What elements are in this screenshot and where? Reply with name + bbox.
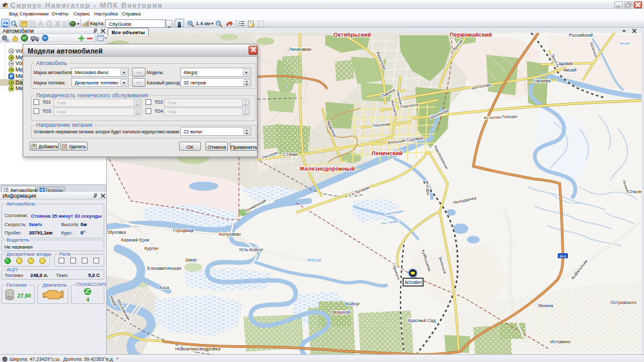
svg-text:Казачий Ерик: Казачий Ерик: [121, 238, 150, 243]
svg-text:Городище: Городище: [173, 228, 194, 233]
svg-text:Ленинский: Ленинский: [372, 150, 402, 157]
svg-text:Садовая: Садовая: [556, 61, 573, 66]
svg-text:Коса: Коса: [159, 285, 169, 290]
svg-text:Овощной: Овощной: [330, 310, 350, 315]
svg-text:Койсуг: Койсуг: [308, 258, 321, 263]
svg-text:Чапаева: Чапаева: [534, 79, 551, 83]
svg-text:Стачки: Стачки: [283, 152, 298, 157]
svg-text:Железнодорожный: Железнодорожный: [299, 166, 355, 172]
svg-text:Ленинаван: Ленинаван: [289, 47, 312, 52]
svg-text:Елизаветинская: Елизаветинская: [147, 266, 182, 271]
svg-text:Островского: Островского: [611, 300, 637, 305]
svg-text:Октябрьский: Октябрьский: [334, 33, 371, 38]
svg-text:М-4: М-4: [560, 254, 565, 258]
svg-text:Ленина: Ленина: [538, 303, 553, 308]
svg-text:Российский: Российский: [569, 33, 593, 37]
svg-text:Новоалександровка: Новоалександровка: [175, 346, 221, 352]
svg-text:Колузаево: Колузаево: [219, 232, 241, 237]
svg-text:Красный Сад: Красный Сад: [408, 318, 435, 323]
svg-text:Аксай: Аксай: [619, 41, 630, 45]
svg-text:Обуховка: Обуховка: [107, 230, 126, 235]
svg-text:Усть-Койсуг: Усть-Койсуг: [239, 247, 264, 252]
svg-text:Койсуг: Койсуг: [346, 301, 360, 307]
svg-text:Шмат: Шмат: [185, 258, 198, 262]
svg-text:Первомайский: Первомайский: [450, 33, 491, 38]
svg-text:Истомино: Истомино: [550, 339, 571, 344]
svg-text:P: P: [10, 74, 13, 79]
svg-text:В004ВН: В004ВН: [404, 280, 421, 285]
svg-text:Аксай: Аксай: [564, 67, 576, 73]
svg-text:Курган: Курган: [144, 246, 158, 251]
